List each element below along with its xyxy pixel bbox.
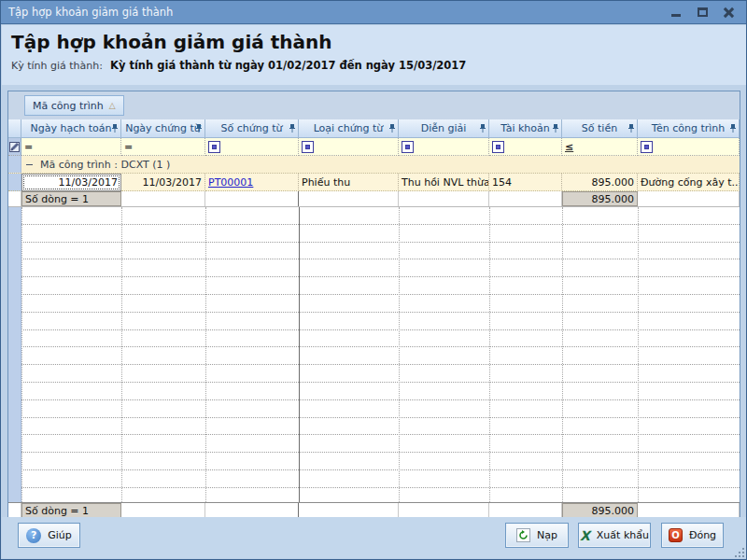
close-button-label: Đóng — [689, 529, 716, 541]
filter-icon[interactable] — [208, 141, 220, 153]
cell-so-tien[interactable]: 895.000 — [562, 174, 638, 191]
group-label: Mã công trình : DCXT (1 ) — [40, 159, 170, 171]
filter-icon[interactable] — [641, 141, 653, 153]
export-button-label: Xuất khẩu — [597, 529, 649, 541]
group-summary-amount: 895.000 — [562, 191, 638, 206]
filter-tai-khoan[interactable] — [489, 138, 562, 156]
pin-icon[interactable] — [552, 124, 559, 133]
column-header-so-chung-tu[interactable]: Số chứng từ — [205, 119, 299, 138]
filter-icon[interactable] — [492, 141, 504, 153]
period-value: Kỳ tính giá thành từ ngày 01/02/2017 đến… — [110, 59, 466, 72]
close-button[interactable] — [722, 6, 735, 19]
filter-loai-chung-tu[interactable] — [299, 138, 399, 156]
grid-empty-area — [8, 207, 740, 502]
minimize-icon — [671, 14, 681, 17]
maximize-button[interactable] — [696, 6, 709, 19]
filter-dien-giai[interactable] — [399, 138, 489, 156]
dialog-window: Tập hợp khoản giảm giá thành Tập hợp kho… — [0, 0, 747, 560]
cell-ngay-hach-toan[interactable]: 11/03/2017 — [21, 174, 121, 191]
export-button[interactable]: X Xuất khẩu — [578, 523, 651, 548]
excel-icon: X — [580, 529, 590, 542]
cell-ngay-chung-tu[interactable]: 11/03/2017 — [121, 174, 205, 191]
sort-asc-icon: △ — [109, 101, 116, 110]
filter-ngay-hach-toan[interactable]: = — [21, 138, 121, 156]
pin-icon[interactable] — [289, 124, 296, 133]
collapse-icon[interactable] — [25, 161, 34, 169]
help-icon: ? — [26, 528, 41, 543]
close-icon — [724, 7, 734, 18]
filter-edit-cell[interactable] — [8, 138, 21, 156]
period-label: Kỳ tính giá thành: — [11, 60, 103, 72]
cell-tai-khoan[interactable]: 154 — [489, 174, 562, 191]
cell-so-chung-tu[interactable]: PT00001 — [205, 174, 299, 191]
column-header-ngay-chung-tu[interactable]: Ngày chứng từ — [121, 119, 205, 138]
voucher-link[interactable]: PT00001 — [208, 176, 253, 189]
column-header-so-tien[interactable]: Số tiền — [562, 119, 638, 138]
grand-summary-amount: 895.000 — [562, 503, 638, 518]
filter-row: = = ≤ — [8, 138, 740, 156]
group-by-panel: Mã công trình △ — [8, 91, 740, 119]
minimize-button[interactable] — [669, 6, 683, 19]
header-panel: Tập hợp khoản giảm giá thành Kỳ tính giá… — [2, 25, 747, 85]
resize-grip[interactable] — [735, 548, 744, 557]
group-summary-count: Số dòng = 1 — [21, 191, 121, 206]
help-button[interactable]: ? Giúp — [18, 523, 80, 548]
help-button-label: Giúp — [48, 529, 72, 541]
pin-icon[interactable] — [729, 124, 737, 133]
pin-icon[interactable] — [195, 124, 203, 133]
frozen-pane-divider — [299, 207, 300, 502]
cell-dien-giai[interactable]: Thu hồi NVL thừa — [399, 174, 489, 191]
column-header-dien-giai[interactable]: Diễn giải — [399, 119, 489, 138]
window-title: Tập hợp khoản giảm giá thành — [8, 6, 669, 19]
edit-filter-icon — [9, 142, 20, 152]
pin-icon[interactable] — [627, 124, 635, 133]
grand-summary-row: Số dòng = 1 895.000 — [8, 502, 740, 518]
group-by-label: Mã công trình — [33, 100, 104, 112]
column-header-ngay-hach-toan[interactable]: Ngày hạch toán — [21, 119, 121, 138]
load-button[interactable]: Nạp — [505, 523, 569, 548]
pin-icon[interactable] — [388, 124, 396, 133]
group-summary-row: Số dòng = 1 895.000 — [8, 191, 740, 207]
filter-ngay-chung-tu[interactable]: = — [121, 138, 205, 156]
load-button-label: Nạp — [537, 529, 557, 541]
filter-ten-cong-trinh[interactable] — [638, 138, 740, 156]
table-row[interactable]: 11/03/2017 11/03/2017 PT00001 Phiếu thu … — [8, 174, 740, 191]
column-header-ten-cong-trinh[interactable]: Tên công trình — [638, 119, 740, 138]
row-indicator-header — [8, 119, 21, 138]
column-header-row: Ngày hạch toán Ngày chứng từ Số chứng từ… — [8, 119, 740, 138]
grand-summary-count: Số dòng = 1 — [21, 503, 121, 518]
filter-icon[interactable] — [302, 141, 314, 153]
close-dialog-button[interactable]: O Đóng — [661, 523, 724, 548]
titlebar: Tập hợp khoản giảm giá thành — [1, 1, 746, 24]
footer-panel: ? Giúp Nạp X Xuất khẩu O Đóng — [2, 517, 747, 558]
filter-so-chung-tu[interactable] — [205, 138, 299, 156]
refresh-icon — [516, 528, 530, 542]
row-indicator — [8, 191, 21, 206]
close-dialog-icon: O — [669, 528, 683, 542]
cell-loai-chung-tu[interactable]: Phiếu thu — [299, 174, 399, 191]
filter-icon[interactable] — [402, 141, 414, 153]
column-header-loai-chung-tu[interactable]: Loại chứng từ — [299, 119, 399, 138]
row-indicator — [8, 156, 21, 173]
row-indicator — [8, 174, 21, 191]
page-title: Tập hợp khoản giảm giá thành — [11, 31, 738, 53]
pin-icon[interactable] — [479, 124, 486, 133]
data-grid: Mã công trình △ Ngày hạch toán Ngày chứn… — [7, 91, 740, 519]
column-header-tai-khoan[interactable]: Tài khoản — [489, 119, 562, 138]
maximize-icon — [698, 7, 708, 17]
filter-so-tien[interactable]: ≤ — [562, 138, 638, 156]
group-row[interactable]: Mã công trình : DCXT (1 ) — [8, 156, 740, 174]
pin-icon[interactable] — [111, 124, 119, 133]
row-indicator — [8, 503, 21, 518]
row-indicator-strip — [8, 207, 21, 502]
cell-ten-cong-trinh[interactable]: Đường cống xây t... — [638, 174, 740, 191]
group-by-button[interactable]: Mã công trình △ — [24, 95, 124, 116]
